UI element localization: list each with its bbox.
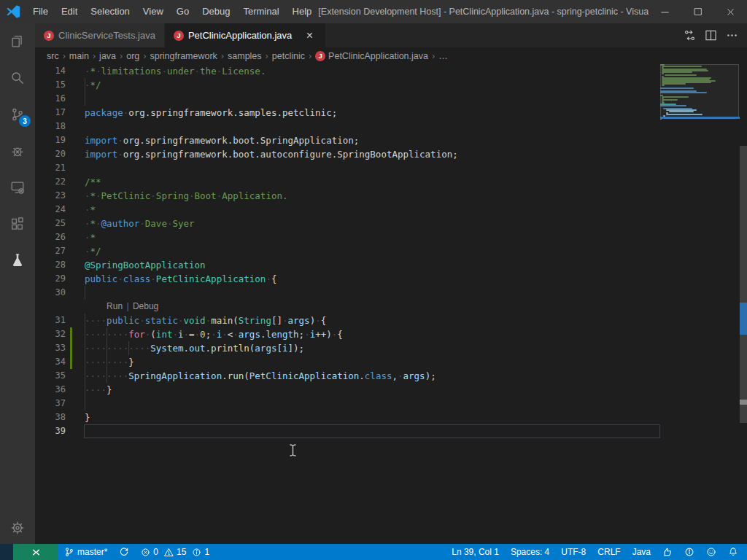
- line-number[interactable]: 32: [35, 327, 66, 341]
- code-line[interactable]: 25·*·@author·Dave·Syer: [35, 217, 747, 230]
- minimize-button[interactable]: [649, 0, 681, 23]
- line-number[interactable]: 17: [35, 106, 66, 120]
- extensions-icon[interactable]: [0, 206, 35, 242]
- problems-status[interactable]: 0151: [135, 544, 218, 560]
- explorer-icon[interactable]: [0, 23, 35, 60]
- line-number[interactable]: 33: [35, 341, 66, 355]
- code-line[interactable]: 37: [35, 397, 747, 411]
- line-number[interactable]: 35: [35, 369, 66, 383]
- line-number[interactable]: 27: [35, 244, 66, 258]
- line-number[interactable]: 21: [35, 161, 66, 175]
- code-line[interactable]: 15·*/: [35, 78, 747, 92]
- gutter[interactable]: [66, 161, 85, 175]
- code-line[interactable]: 26·*: [35, 230, 747, 244]
- code-line[interactable]: 14·*·limitations·under·the·License.: [35, 64, 747, 78]
- breadcrumb-item-main[interactable]: main: [69, 51, 90, 61]
- code-line[interactable]: 30: [35, 286, 747, 300]
- code-line[interactable]: 23·*·PetClinic·Spring·Boot·Application.: [35, 189, 747, 203]
- gutter[interactable]: [66, 203, 85, 217]
- line-number[interactable]: 34: [35, 355, 66, 369]
- code-line[interactable]: 36····}: [35, 383, 747, 397]
- gutter[interactable]: [66, 64, 85, 78]
- gutter[interactable]: [66, 258, 85, 272]
- line-number[interactable]: 19: [35, 133, 66, 147]
- breadcrumb-item-samples[interactable]: samples: [227, 51, 263, 61]
- code-line[interactable]: 24·*: [35, 203, 747, 217]
- close-button[interactable]: [714, 0, 747, 23]
- gutter[interactable]: [66, 383, 85, 397]
- language-mode[interactable]: Java: [627, 544, 657, 560]
- line-number[interactable]: 37: [35, 397, 66, 411]
- gutter[interactable]: [66, 355, 85, 369]
- line-number[interactable]: 23: [35, 189, 66, 203]
- gutter[interactable]: [66, 133, 85, 147]
- minimap-slider[interactable]: [660, 64, 739, 119]
- line-number[interactable]: 26: [35, 230, 66, 244]
- breadcrumb-item-src[interactable]: src: [46, 51, 60, 61]
- gutter[interactable]: [66, 217, 85, 230]
- sync-status[interactable]: [113, 544, 135, 560]
- test-flask-icon[interactable]: [0, 242, 35, 279]
- code-line[interactable]: 19import·org.springframework.boot.Spring…: [35, 133, 747, 147]
- info-status[interactable]: [678, 544, 700, 560]
- line-number[interactable]: 22: [35, 175, 66, 189]
- breadcrumb-item-petclinic[interactable]: petclinic: [271, 51, 306, 61]
- scrollbar-thumb[interactable]: [740, 146, 747, 423]
- line-number[interactable]: 31: [35, 314, 66, 327]
- menu-selection[interactable]: Selection: [84, 0, 136, 23]
- breadcrumb-item-org[interactable]: org: [125, 51, 140, 61]
- gutter[interactable]: [66, 189, 85, 203]
- eol[interactable]: CRLF: [592, 544, 626, 560]
- gutter[interactable]: [66, 230, 85, 244]
- feedback[interactable]: [657, 544, 678, 560]
- gutter[interactable]: [66, 341, 85, 355]
- encoding[interactable]: UTF-8: [555, 544, 592, 560]
- menu-debug[interactable]: Debug: [196, 0, 236, 23]
- line-number[interactable]: 30: [35, 286, 66, 300]
- line-number[interactable]: 16: [35, 92, 66, 106]
- breadcrumb-item-file[interactable]: JPetClinicApplication.java: [314, 51, 429, 61]
- code-line[interactable]: 20import·org.springframework.boot.autoco…: [35, 147, 747, 161]
- code-line[interactable]: 35········SpringApplication.run(PetClini…: [35, 369, 747, 383]
- code-line[interactable]: 33············System.out.println(args[i]…: [35, 341, 747, 355]
- gutter[interactable]: [66, 78, 85, 92]
- gutter[interactable]: [66, 244, 85, 258]
- source-control-icon[interactable]: 3: [0, 96, 35, 133]
- line-number[interactable]: 38: [35, 411, 66, 424]
- more-actions-icon[interactable]: [726, 29, 738, 42]
- line-number[interactable]: 18: [35, 120, 66, 133]
- minimap[interactable]: [660, 64, 740, 443]
- menu-help[interactable]: Help: [286, 0, 319, 23]
- open-changes-icon[interactable]: [684, 29, 696, 42]
- line-number[interactable]: 29: [35, 272, 66, 286]
- menu-file[interactable]: File: [26, 0, 55, 23]
- code-line[interactable]: 28@SpringBootApplication: [35, 258, 747, 272]
- gutter[interactable]: [66, 424, 85, 438]
- code-line[interactable]: 16: [35, 92, 747, 106]
- gutter[interactable]: [66, 369, 85, 383]
- breadcrumb-item-springframework[interactable]: springframework: [149, 51, 217, 61]
- gutter[interactable]: [66, 106, 85, 120]
- breadcrumb-item-java[interactable]: java: [98, 51, 117, 61]
- gutter[interactable]: [66, 397, 85, 411]
- menu-view[interactable]: View: [136, 0, 170, 23]
- line-number[interactable]: 36: [35, 383, 66, 397]
- line-number[interactable]: 28: [35, 258, 66, 272]
- indentation[interactable]: Spaces: 4: [505, 544, 555, 560]
- maximize-button[interactable]: [681, 0, 714, 23]
- cursor-position[interactable]: Ln 39, Col 1: [446, 544, 505, 560]
- line-number[interactable]: 25: [35, 217, 66, 230]
- notifications[interactable]: [722, 544, 744, 560]
- gutter[interactable]: [66, 286, 85, 300]
- menu-go[interactable]: Go: [170, 0, 196, 23]
- code-line[interactable]: 21: [35, 161, 747, 175]
- tweet-feedback[interactable]: [700, 544, 722, 560]
- close-tab-icon[interactable]: ×: [302, 28, 317, 43]
- line-number[interactable]: 15: [35, 78, 66, 92]
- line-number[interactable]: 14: [35, 64, 66, 78]
- menu-edit[interactable]: Edit: [55, 0, 84, 23]
- settings-gear-icon[interactable]: [0, 512, 35, 544]
- gutter[interactable]: [66, 314, 85, 327]
- run-debug-icon[interactable]: [0, 133, 35, 169]
- code-line[interactable]: 39: [35, 424, 747, 438]
